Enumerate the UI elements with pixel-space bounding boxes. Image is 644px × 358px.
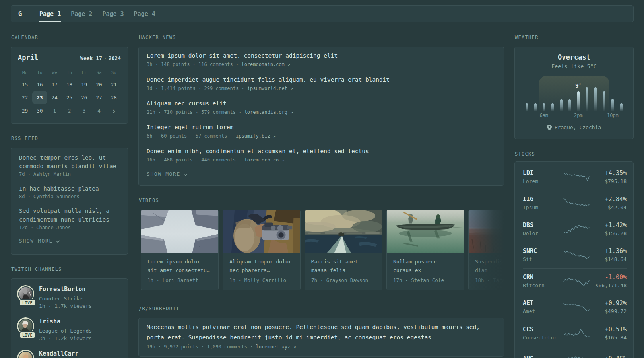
hn-item-domain[interactable]: loremtech.co — [244, 157, 279, 163]
twitch-channel-game[interactable]: Counter-Strike — [39, 295, 92, 302]
hn-item: Lorem ipsum dolor sit amet, consectetur … — [147, 51, 496, 68]
stock-price: $156.28 — [590, 230, 627, 237]
tab-page-2[interactable]: Page 2 — [71, 6, 92, 22]
calendar-day-header: Fr — [77, 70, 91, 75]
twitch-channel-name[interactable]: ForrestBurton — [39, 285, 92, 294]
calendar-day[interactable]: 30 — [32, 104, 47, 117]
page-tabs: Page 1 Page 2 Page 3 Page 4 — [39, 6, 165, 22]
stock-symbol[interactable]: SNRC — [523, 247, 563, 255]
twitch-channel-name[interactable]: Trisha — [39, 317, 92, 326]
calendar-day[interactable]: 25 — [62, 91, 77, 104]
twitch-channel-game[interactable]: League of Legends — [39, 327, 92, 335]
stock-symbol[interactable]: AET — [523, 299, 563, 307]
stock-name: Bitcorn — [523, 282, 563, 289]
hn-show-more-button[interactable]: SHOW MORE — [147, 171, 496, 178]
calendar-day[interactable]: 2 — [62, 104, 77, 117]
hn-item-title[interactable]: Lorem ipsum dolor sit amet, consectetur … — [147, 51, 496, 60]
avatar-photo[interactable] — [19, 287, 32, 300]
stock-symbol[interactable]: IIG — [523, 195, 563, 203]
rss-show-more-button[interactable]: SHOW MORE — [19, 237, 120, 245]
hn-item-title[interactable]: Donec enim nibh, condimentum et accumsan… — [147, 147, 496, 156]
hn-item-meta: 21h · 710 points · 579 comments · loreml… — [147, 109, 496, 116]
stock-price: $499.72 — [590, 308, 627, 315]
subreddit-post-domain[interactable]: loremnet.xyz — [256, 344, 291, 350]
calendar-day[interactable]: 22 — [17, 91, 32, 104]
calendar-day[interactable]: 16 — [32, 78, 47, 91]
stock-change: +0.51% — [590, 325, 627, 333]
calendar-day-header: Sa — [91, 70, 106, 75]
calendar-day-selected[interactable]: 23 — [32, 91, 47, 104]
calendar-day[interactable]: 4 — [91, 104, 106, 117]
rss-item-title[interactable]: Donec tempor eros leo, ut commodo mauris… — [19, 153, 120, 171]
stock-symbol[interactable]: CRN — [523, 273, 563, 281]
hn-item-title[interactable]: Donec imperdiet augue tincidunt felis al… — [147, 75, 496, 84]
video-title[interactable]: Lorem ipsum dolor sit amet consectetu… — [147, 257, 212, 274]
stock-symbol[interactable]: DBS — [523, 221, 563, 229]
avatar-photo[interactable] — [19, 319, 32, 333]
calendar-day-header: Mo — [17, 70, 32, 75]
hn-item-domain[interactable]: ipsumify.biz — [236, 133, 270, 139]
stock-symbol[interactable]: CCS — [523, 325, 563, 333]
calendar-day[interactable]: 3 — [77, 104, 91, 117]
hn-item-title[interactable]: Integer eget rutrum lorem — [147, 123, 496, 132]
weather-bar — [586, 87, 588, 111]
weather-bar — [551, 103, 554, 111]
video-thumbnail[interactable] — [305, 210, 382, 253]
video-title[interactable]: Aliquam tempor dolor nec pharetra… — [229, 257, 294, 274]
stock-name: Amet — [523, 308, 563, 315]
twitch-channel: LIVE Trisha League of Legends 3h · 1.2k … — [17, 317, 120, 342]
rss-item-title[interactable]: Sed volutpat nulla nisl, a condimentum n… — [19, 206, 120, 224]
tab-page-3[interactable]: Page 3 — [102, 6, 124, 22]
calendar-day[interactable]: 21 — [107, 78, 121, 91]
video-thumbnail[interactable] — [469, 210, 504, 253]
video-card: Suspendisse diam 18h · Tara — [468, 210, 504, 290]
calendar-day[interactable]: 27 — [91, 91, 106, 104]
calendar-day[interactable]: 19 — [77, 78, 91, 91]
weather-bar — [620, 103, 623, 111]
rss-item-title[interactable]: In hac habitasse platea — [19, 184, 120, 193]
video-title[interactable]: Suspendisse diam — [475, 257, 504, 274]
external-link-icon: ↗ — [282, 157, 285, 163]
logo-divider — [29, 6, 29, 22]
calendar-day[interactable]: 24 — [47, 91, 62, 104]
hn-item-domain[interactable]: ipsumworld.net — [247, 86, 287, 91]
stock-symbol[interactable]: LDI — [523, 169, 563, 177]
video-card: Lorem ipsum dolor sit amet consectetu… 1… — [141, 210, 219, 290]
rss-item-meta: 8d · Cynthia Saunders — [19, 193, 120, 200]
subreddit-widget-label[interactable]: /R/SUBREDDIT — [139, 305, 504, 312]
subreddit-widget: /R/SUBREDDIT Maecenas mollis pulvinar er… — [138, 305, 504, 357]
hacker-news-widget-label[interactable]: HACKER NEWS — [139, 34, 504, 41]
stock-sparkline — [563, 198, 590, 209]
video-title[interactable]: Nullam posuere cursus ex — [393, 257, 458, 274]
hn-item-domain[interactable]: loremdomain.com — [241, 62, 284, 67]
hn-item-title[interactable]: Aliquam nec cursus elit — [147, 99, 496, 108]
app-logo[interactable]: G — [11, 6, 29, 22]
calendar-week-year: Week 17·2024 — [80, 55, 121, 61]
calendar-day[interactable]: 1 — [47, 104, 62, 117]
video-thumbnail[interactable] — [141, 210, 218, 253]
calendar-day[interactable]: 29 — [17, 104, 32, 117]
video-thumbnail[interactable] — [223, 210, 300, 253]
calendar-day[interactable]: 20 — [91, 78, 106, 91]
video-meta: 18h · Tara — [475, 277, 504, 284]
hn-item-domain[interactable]: loremlandia.org — [244, 109, 287, 115]
video-thumbnail-sea-image — [305, 210, 382, 253]
subreddit-post-title[interactable]: Maecenas mollis pulvinar erat non posuer… — [147, 322, 496, 342]
stock-symbol[interactable]: AHS — [523, 355, 563, 358]
weather-feels-like: Feels like 5°C — [525, 63, 623, 70]
calendar-day[interactable]: 28 — [107, 91, 121, 104]
stock-sparkline — [563, 171, 590, 183]
twitch-channel-name[interactable]: KendallCarr — [39, 350, 78, 358]
video-title[interactable]: Mauris sit amet massa felis — [311, 257, 376, 274]
videos-carousel: Lorem ipsum dolor sit amet consectetu… 1… — [138, 210, 504, 290]
tab-page-4[interactable]: Page 4 — [134, 6, 155, 22]
calendar-day[interactable]: 26 — [77, 91, 91, 104]
calendar-day[interactable]: 5 — [107, 104, 121, 117]
video-thumbnail[interactable] — [387, 210, 464, 253]
tab-page-1[interactable]: Page 1 — [39, 6, 61, 22]
calendar-day[interactable]: 15 — [17, 78, 32, 91]
calendar-day[interactable]: 17 — [47, 78, 62, 91]
calendar-day[interactable]: 18 — [62, 78, 77, 91]
videos-widget-label[interactable]: VIDEOS — [139, 197, 504, 204]
avatar-trisha-image — [19, 319, 32, 333]
